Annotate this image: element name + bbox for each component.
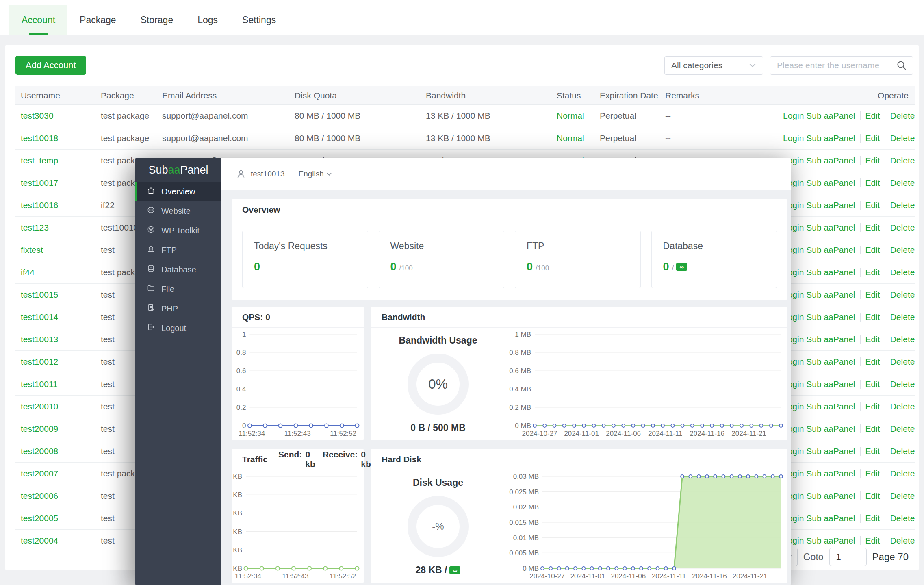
username-link[interactable]: test10017 [21, 178, 101, 188]
delete-link[interactable]: Delete [890, 491, 915, 500]
login-sub-aapanel-link[interactable]: Login Sub aaPanel [783, 446, 855, 456]
login-sub-aapanel-link[interactable]: Login Sub aaPanel [783, 379, 855, 389]
username-link[interactable]: test10016 [21, 200, 101, 210]
login-sub-aapanel-link[interactable]: Login Sub aaPanel [783, 513, 855, 523]
login-sub-aapanel-link[interactable]: Login Sub aaPanel [783, 111, 855, 120]
username-link[interactable]: test10015 [21, 290, 101, 300]
delete-link[interactable]: Delete [890, 357, 915, 366]
sidebar-item-overview[interactable]: Overview [135, 182, 221, 201]
delete-link[interactable]: Delete [890, 513, 915, 523]
username-link[interactable]: test_temp [21, 156, 101, 165]
username-link[interactable]: test10013 [21, 335, 101, 344]
login-sub-aapanel-link[interactable]: Login Sub aaPanel [783, 312, 855, 322]
edit-link[interactable]: Edit [865, 133, 880, 143]
delete-link[interactable]: Delete [890, 379, 915, 389]
username-link[interactable]: fixtest [21, 245, 101, 255]
login-sub-aapanel-link[interactable]: Login Sub aaPanel [783, 424, 855, 433]
username-link[interactable]: test20004 [21, 536, 101, 546]
sidebar-item-website[interactable]: Website [135, 201, 221, 221]
username-link[interactable]: test20010 [21, 402, 101, 411]
login-sub-aapanel-link[interactable]: Login Sub aaPanel [783, 267, 855, 277]
username-link[interactable]: test10011 [21, 379, 101, 389]
category-filter-select[interactable]: All categories [664, 56, 763, 75]
add-account-button[interactable]: Add Account [15, 56, 86, 75]
tab-logs[interactable]: Logs [185, 5, 230, 35]
sidebar-item-php[interactable]: PHP [135, 299, 221, 318]
username-link[interactable]: test20006 [21, 491, 101, 501]
edit-link[interactable]: Edit [865, 513, 880, 523]
logged-in-username[interactable]: test10013 [251, 170, 284, 178]
delete-link[interactable]: Delete [890, 111, 915, 120]
edit-link[interactable]: Edit [865, 290, 880, 299]
edit-link[interactable]: Edit [865, 223, 880, 232]
tab-storage[interactable]: Storage [128, 5, 186, 35]
sidebar-item-file[interactable]: File [135, 279, 221, 299]
edit-link[interactable]: Edit [865, 335, 880, 344]
edit-link[interactable]: Edit [865, 379, 880, 389]
login-sub-aapanel-link[interactable]: Login Sub aaPanel [783, 178, 855, 187]
login-sub-aapanel-link[interactable]: Login Sub aaPanel [783, 536, 855, 545]
delete-link[interactable]: Delete [890, 402, 915, 411]
edit-link[interactable]: Edit [865, 267, 880, 277]
delete-link[interactable]: Delete [890, 156, 915, 165]
edit-link[interactable]: Edit [865, 178, 880, 187]
delete-link[interactable]: Delete [890, 245, 915, 254]
username-link[interactable]: test3030 [21, 111, 101, 121]
login-sub-aapanel-link[interactable]: Login Sub aaPanel [783, 335, 855, 344]
username-link[interactable]: test10012 [21, 357, 101, 367]
edit-link[interactable]: Edit [865, 245, 880, 254]
edit-link[interactable]: Edit [865, 200, 880, 210]
edit-link[interactable]: Edit [865, 536, 880, 545]
login-sub-aapanel-link[interactable]: Login Sub aaPanel [783, 200, 855, 210]
edit-link[interactable]: Edit [865, 357, 880, 366]
login-sub-aapanel-link[interactable]: Login Sub aaPanel [783, 156, 855, 165]
edit-link[interactable]: Edit [865, 446, 880, 456]
login-sub-aapanel-link[interactable]: Login Sub aaPanel [783, 469, 855, 478]
delete-link[interactable]: Delete [890, 178, 915, 187]
tab-settings[interactable]: Settings [230, 5, 288, 35]
login-sub-aapanel-link[interactable]: Login Sub aaPanel [783, 491, 855, 500]
edit-link[interactable]: Edit [865, 111, 880, 120]
edit-link[interactable]: Edit [865, 469, 880, 478]
edit-link[interactable]: Edit [865, 491, 880, 500]
delete-link[interactable]: Delete [890, 133, 915, 143]
tab-package[interactable]: Package [67, 5, 128, 35]
edit-link[interactable]: Edit [865, 312, 880, 322]
search-input[interactable] [777, 61, 896, 70]
delete-link[interactable]: Delete [890, 290, 915, 299]
goto-page-input[interactable] [829, 548, 867, 566]
username-link[interactable]: test20009 [21, 424, 101, 434]
username-link[interactable]: test10018 [21, 133, 101, 143]
tab-account[interactable]: Account [9, 5, 67, 35]
edit-link[interactable]: Edit [865, 424, 880, 433]
username-link[interactable]: if44 [21, 267, 101, 277]
login-sub-aapanel-link[interactable]: Login Sub aaPanel [783, 223, 855, 232]
username-link[interactable]: test20005 [21, 513, 101, 523]
sidebar-item-wp-toolkit[interactable]: WP Toolkit [135, 221, 221, 240]
delete-link[interactable]: Delete [890, 469, 915, 478]
sidebar-item-logout[interactable]: Logout [135, 318, 221, 338]
username-link[interactable]: test123 [21, 223, 101, 233]
delete-link[interactable]: Delete [890, 200, 915, 210]
login-sub-aapanel-link[interactable]: Login Sub aaPanel [783, 245, 855, 254]
username-link[interactable]: test20007 [21, 469, 101, 478]
delete-link[interactable]: Delete [890, 267, 915, 277]
search-icon[interactable] [896, 60, 907, 71]
username-link[interactable]: test10014 [21, 312, 101, 322]
delete-link[interactable]: Delete [890, 335, 915, 344]
username-link[interactable]: test20008 [21, 446, 101, 456]
language-select[interactable]: English [298, 170, 332, 178]
delete-link[interactable]: Delete [890, 312, 915, 322]
edit-link[interactable]: Edit [865, 156, 880, 165]
delete-link[interactable]: Delete [890, 223, 915, 232]
login-sub-aapanel-link[interactable]: Login Sub aaPanel [783, 402, 855, 411]
delete-link[interactable]: Delete [890, 424, 915, 433]
login-sub-aapanel-link[interactable]: Login Sub aaPanel [783, 357, 855, 366]
edit-link[interactable]: Edit [865, 402, 880, 411]
delete-link[interactable]: Delete [890, 446, 915, 456]
sidebar-item-database[interactable]: Database [135, 260, 221, 279]
delete-link[interactable]: Delete [890, 536, 915, 545]
sidebar-item-ftp[interactable]: FTP [135, 240, 221, 260]
login-sub-aapanel-link[interactable]: Login Sub aaPanel [783, 133, 855, 143]
login-sub-aapanel-link[interactable]: Login Sub aaPanel [783, 290, 855, 299]
